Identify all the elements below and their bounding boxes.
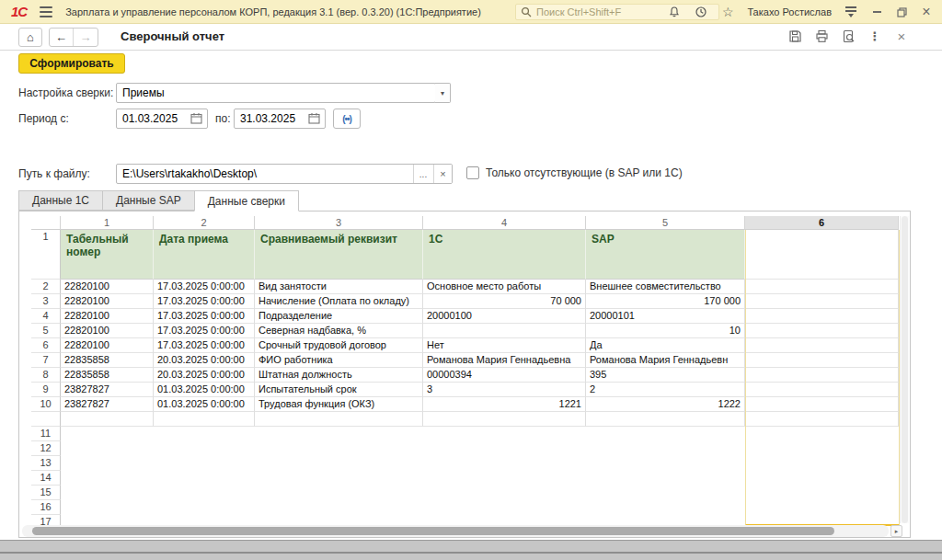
cell[interactable] — [255, 412, 423, 427]
cell[interactable]: 17.03.2025 0:00:00 — [154, 309, 255, 324]
cell[interactable]: 1222 — [586, 397, 745, 412]
cell[interactable]: ФИО работника — [255, 353, 423, 368]
cell[interactable]: Вид занятости — [255, 280, 423, 294]
empty-row[interactable]: 16 — [31, 500, 899, 515]
cell[interactable]: 17.03.2025 0:00:00 — [154, 338, 255, 353]
main-menu-icon[interactable] — [844, 5, 858, 19]
home-button[interactable]: ⌂ — [18, 28, 42, 47]
favorites-star-icon[interactable]: ☆ — [720, 5, 735, 19]
cell[interactable] — [745, 412, 899, 427]
cell[interactable] — [745, 280, 899, 294]
cell[interactable]: 22820100 — [61, 324, 154, 338]
minimize-button[interactable] — [870, 5, 883, 19]
preview-icon[interactable] — [841, 29, 856, 43]
cell[interactable]: 2 — [586, 383, 745, 397]
only-missing-label[interactable]: Только отсутствующие (в SAP или 1С) — [486, 166, 683, 179]
clear-path-icon[interactable]: × — [433, 165, 452, 183]
cell[interactable]: Начисление (Оплата по окладу) — [255, 294, 423, 309]
cell[interactable]: 17.03.2025 0:00:00 — [154, 324, 255, 338]
cell[interactable]: 70 000 — [423, 294, 586, 309]
cell[interactable]: 23827827 — [61, 383, 154, 397]
cell[interactable] — [745, 397, 899, 412]
close-form-icon[interactable]: × — [894, 29, 909, 43]
header-1c[interactable]: 1С — [423, 230, 586, 280]
vertical-scrollbar-thumb[interactable] — [902, 216, 908, 523]
table-row[interactable]: 4 22820100 17.03.2025 0:00:00 Подразделе… — [31, 309, 899, 324]
cell[interactable] — [154, 412, 255, 427]
cell[interactable]: 1221 — [423, 397, 586, 412]
vertical-scrollbar[interactable] — [900, 216, 909, 523]
cell[interactable]: 22820100 — [61, 309, 154, 324]
cell[interactable]: Нет — [423, 338, 586, 353]
table-row[interactable]: 10 23827827 01.03.2025 0:00:00 Трудовая … — [31, 397, 899, 412]
cell[interactable]: Штатная должность — [255, 368, 423, 383]
calendar-icon[interactable] — [308, 112, 321, 125]
corner-cell[interactable] — [31, 216, 61, 230]
cell[interactable]: 170 000 — [586, 294, 745, 309]
cell[interactable] — [586, 412, 745, 427]
cell[interactable] — [423, 324, 586, 338]
print-icon[interactable] — [814, 29, 829, 43]
cell[interactable] — [745, 338, 899, 353]
cell[interactable]: 20000100 — [423, 309, 586, 324]
column-header-selected[interactable]: 6 — [745, 216, 899, 230]
cell[interactable] — [745, 324, 899, 338]
tab-reconciliation-data[interactable]: Данные сверки — [194, 190, 299, 211]
table-row[interactable]: 5 22820100 17.03.2025 0:00:00 Северная н… — [31, 324, 899, 338]
generate-button[interactable]: Сформировать — [18, 53, 125, 74]
cell[interactable]: Северная надбавка, % — [255, 324, 423, 338]
table-row[interactable]: 9 23827827 01.03.2025 0:00:00 Испытатель… — [31, 383, 899, 397]
horizontal-scrollbar-thumb[interactable] — [32, 527, 834, 535]
cell[interactable]: 00000394 — [423, 368, 586, 383]
cell[interactable]: 3 — [423, 383, 586, 397]
period-from-input[interactable]: 01.03.2025 — [116, 109, 208, 129]
cell[interactable] — [423, 412, 586, 427]
cell[interactable]: Да — [586, 338, 745, 353]
back-button[interactable]: ← — [50, 29, 74, 46]
only-missing-checkbox[interactable] — [466, 166, 479, 179]
tab-1c-data[interactable]: Данные 1С — [18, 190, 102, 211]
empty-row[interactable]: 11 — [31, 427, 899, 441]
header-tab-number[interactable]: Табельный номер — [61, 230, 154, 280]
cell[interactable]: 22835858 — [61, 353, 154, 368]
table-row[interactable]: 8 22835858 20.03.2025 0:00:00 Штатная до… — [31, 368, 899, 383]
cell[interactable]: 395 — [586, 368, 745, 383]
empty-row[interactable]: 14 — [31, 471, 899, 486]
column-header[interactable]: 5 — [586, 216, 745, 230]
cell[interactable]: Трудовая функция (ОКЗ) — [255, 397, 423, 412]
cell[interactable]: Внешнее совместительство — [586, 280, 745, 294]
header-empty[interactable] — [745, 230, 899, 280]
cell[interactable]: 17.03.2025 0:00:00 — [154, 294, 255, 309]
cell[interactable] — [745, 383, 899, 397]
cell[interactable]: Подразделение — [255, 309, 423, 324]
file-path-input[interactable]: E:\Users\rtakakho\Desktop\ ... × — [116, 164, 453, 184]
empty-row[interactable]: 15 — [31, 486, 899, 500]
column-header[interactable]: 2 — [154, 216, 255, 230]
table-row[interactable]: 6 22820100 17.03.2025 0:00:00 Срочный тр… — [31, 338, 899, 353]
table-row[interactable]: 7 22835858 20.03.2025 0:00:00 ФИО работн… — [31, 353, 899, 368]
row-number[interactable]: 1 — [31, 230, 61, 280]
cell[interactable]: 20000101 — [586, 309, 745, 324]
cell[interactable]: 22820100 — [61, 280, 154, 294]
cell[interactable]: 01.03.2025 0:00:00 — [154, 383, 255, 397]
header-sap[interactable]: SAP — [586, 230, 745, 280]
header-attribute[interactable]: Сравниваемый реквизит — [255, 230, 423, 280]
more-actions-icon[interactable]: ⋮ — [867, 29, 882, 43]
cell[interactable]: 22820100 — [61, 294, 154, 309]
cell[interactable]: Романова Мария Геннадьевна — [423, 353, 586, 368]
save-icon[interactable] — [787, 29, 802, 43]
empty-row[interactable]: 13 — [31, 456, 899, 471]
cell[interactable]: 22820100 — [61, 338, 154, 353]
notifications-bell-icon[interactable] — [667, 5, 682, 19]
history-icon[interactable] — [694, 5, 708, 19]
period-select-icon[interactable]: (••) — [333, 109, 361, 129]
chevron-down-icon[interactable]: ▾ — [435, 83, 451, 103]
table-row[interactable] — [31, 412, 899, 427]
cell[interactable]: 23827827 — [61, 397, 154, 412]
cell[interactable]: 10 — [586, 324, 745, 338]
cell[interactable] — [61, 412, 154, 427]
cell[interactable] — [745, 309, 899, 324]
horizontal-scrollbar[interactable] — [22, 525, 889, 537]
table-row[interactable]: 2 22820100 17.03.2025 0:00:00 Вид занято… — [31, 280, 899, 294]
forward-button[interactable]: → — [74, 29, 98, 46]
